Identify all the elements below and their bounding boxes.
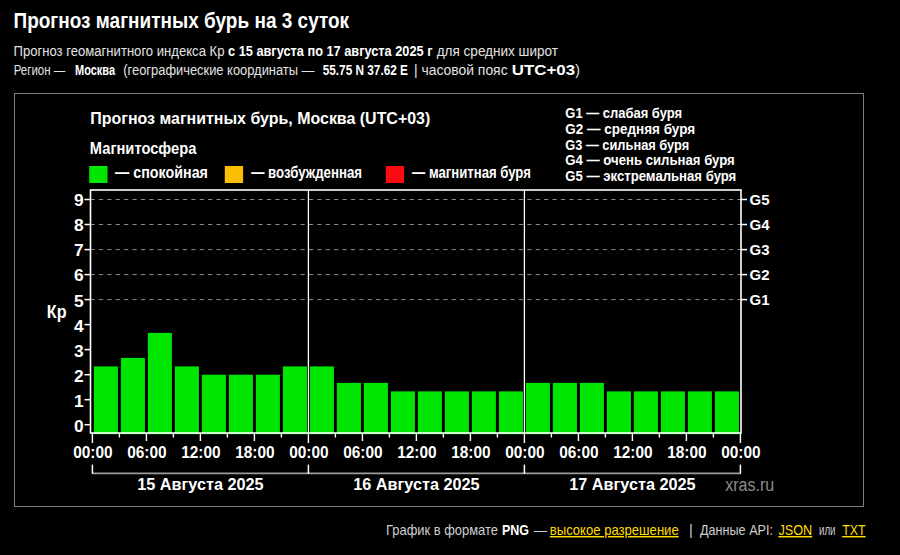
svg-text:12:00: 12:00 bbox=[613, 443, 653, 462]
svg-text:Кр: Кр bbox=[47, 302, 67, 322]
svg-text:00:00: 00:00 bbox=[721, 443, 761, 462]
svg-text:— магнитная буря: — магнитная буря bbox=[412, 164, 531, 181]
svg-text:9: 9 bbox=[74, 190, 84, 210]
svg-text:55.75 N 37.62 E: 55.75 N 37.62 E bbox=[323, 62, 408, 78]
svg-text:TXT: TXT bbox=[842, 522, 866, 538]
svg-text:|: | bbox=[689, 522, 693, 538]
svg-text:для средних широт: для средних широт bbox=[437, 43, 559, 59]
svg-text:Прогноз геомагнитного индекса: Прогноз геомагнитного индекса Кр bbox=[14, 43, 225, 59]
svg-text:06:00: 06:00 bbox=[127, 443, 167, 462]
svg-text:G4 — очень сильная буря: G4 — очень сильная буря bbox=[565, 152, 735, 168]
svg-text:18:00: 18:00 bbox=[667, 443, 707, 462]
svg-text:—: — bbox=[534, 522, 548, 538]
svg-text:G3 — сильная буря: G3 — сильная буря bbox=[565, 137, 689, 153]
svg-text:G5 — экстремальная буря: G5 — экстремальная буря bbox=[565, 168, 736, 184]
svg-text:G5: G5 bbox=[750, 191, 770, 208]
svg-text:G1: G1 bbox=[750, 291, 770, 308]
svg-text:xras.ru: xras.ru bbox=[725, 475, 774, 495]
svg-text:G2 — средняя буря: G2 — средняя буря bbox=[565, 121, 695, 137]
svg-text:G1 — слабая буря: G1 — слабая буря bbox=[565, 105, 682, 121]
svg-text:Москва: Москва bbox=[75, 62, 115, 78]
svg-text:График в формате: График в формате bbox=[386, 522, 498, 538]
svg-text:G4: G4 bbox=[750, 216, 771, 233]
svg-text:12:00: 12:00 bbox=[181, 443, 221, 462]
svg-text:4: 4 bbox=[74, 316, 84, 336]
svg-text:00:00: 00:00 bbox=[73, 443, 113, 462]
svg-text:с 15 августа по 17 августа 202: с 15 августа по 17 августа 2025 г bbox=[228, 43, 433, 59]
svg-text:18:00: 18:00 bbox=[451, 443, 491, 462]
svg-text:или: или bbox=[819, 522, 836, 538]
svg-text:Прогноз магнитных бурь на 3 су: Прогноз магнитных бурь на 3 суток bbox=[14, 8, 350, 33]
svg-text:Регион —: Регион — bbox=[14, 62, 66, 78]
svg-text:JSON: JSON bbox=[778, 522, 812, 538]
svg-text:3: 3 bbox=[74, 341, 84, 361]
svg-text:UTC+03: UTC+03 bbox=[512, 62, 576, 78]
svg-text:16 Августа 2025: 16 Августа 2025 bbox=[353, 475, 480, 494]
svg-text:высокое разрешение: высокое разрешение bbox=[550, 522, 679, 538]
svg-text:7: 7 bbox=[74, 240, 84, 260]
svg-text:Данные API:: Данные API: bbox=[700, 522, 773, 538]
svg-text:Прогноз магнитных бурь, Москва: Прогноз магнитных бурь, Москва (UTC+03) bbox=[90, 110, 430, 127]
svg-text:06:00: 06:00 bbox=[559, 443, 599, 462]
svg-text:06:00: 06:00 bbox=[343, 443, 383, 462]
svg-text:00:00: 00:00 bbox=[505, 443, 545, 462]
svg-text:8: 8 bbox=[74, 215, 84, 235]
svg-text:0: 0 bbox=[74, 416, 84, 436]
svg-text:5: 5 bbox=[74, 291, 84, 311]
svg-text:(географические координаты —: (географические координаты — bbox=[123, 62, 314, 78]
svg-text:G3: G3 bbox=[750, 241, 770, 258]
svg-text:1: 1 bbox=[74, 391, 84, 411]
svg-text:Магнитосфера: Магнитосфера bbox=[90, 140, 197, 157]
svg-text:| часовой пояс: | часовой пояс bbox=[414, 62, 508, 78]
svg-text:17 Августа 2025: 17 Августа 2025 bbox=[569, 475, 696, 494]
svg-text:6: 6 bbox=[74, 265, 84, 285]
svg-text:— возбужденная: — возбужденная bbox=[251, 164, 362, 181]
svg-text:G2: G2 bbox=[750, 266, 770, 283]
svg-text:12:00: 12:00 bbox=[397, 443, 437, 462]
svg-text:2: 2 bbox=[74, 366, 84, 386]
svg-text:18:00: 18:00 bbox=[235, 443, 275, 462]
svg-text:00:00: 00:00 bbox=[289, 443, 329, 462]
svg-text:— спокойная: — спокойная bbox=[115, 164, 208, 181]
svg-text:): ) bbox=[575, 62, 580, 78]
svg-text:PNG: PNG bbox=[502, 522, 529, 538]
svg-text:15 Августа 2025: 15 Августа 2025 bbox=[137, 475, 264, 494]
